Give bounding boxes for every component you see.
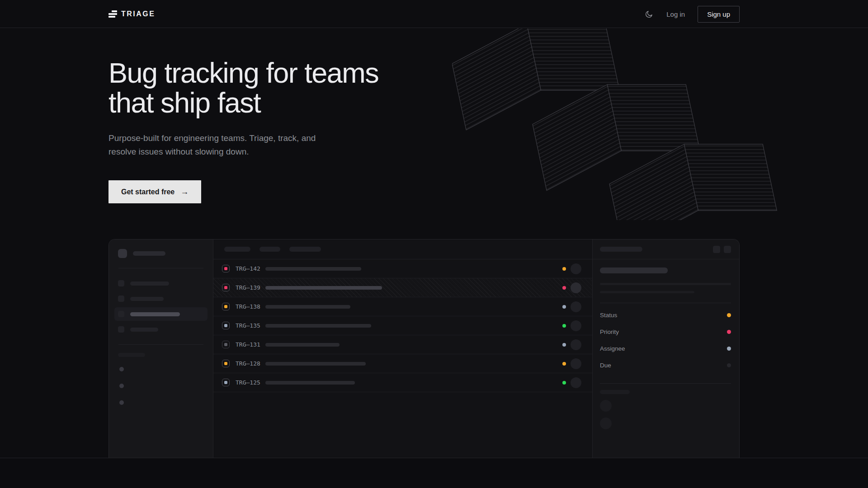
issue-row-right bbox=[562, 301, 581, 312]
mockup-sidebar bbox=[109, 239, 213, 459]
sidebar-item-skeleton bbox=[114, 323, 208, 336]
mockup-detail-panel: StatusPriorityAssigneeDue bbox=[592, 239, 739, 459]
signup-button[interactable]: Sign up bbox=[698, 6, 740, 23]
moon-icon bbox=[645, 10, 653, 19]
sidebar-item-skeleton bbox=[114, 292, 208, 305]
sidebar-item-skeleton bbox=[114, 277, 208, 290]
issue-id: TRG–125 bbox=[236, 379, 265, 386]
issue-id: TRG–131 bbox=[236, 341, 265, 348]
status-dot bbox=[562, 324, 566, 328]
workspace-name-skeleton bbox=[133, 251, 165, 256]
issue-row-right bbox=[562, 282, 581, 293]
issue-type-icon bbox=[222, 265, 230, 272]
status-dot bbox=[562, 362, 566, 366]
footer bbox=[0, 458, 868, 488]
sidebar-dot-skeleton bbox=[119, 384, 124, 388]
status-dot bbox=[562, 267, 566, 271]
issue-id: TRG–142 bbox=[236, 265, 265, 272]
status-dot bbox=[562, 305, 566, 309]
issue-title-skeleton bbox=[600, 267, 668, 273]
panel-field-dot bbox=[727, 330, 731, 334]
comment-avatar-skeleton bbox=[600, 418, 612, 429]
issue-row: TRG–138 bbox=[213, 297, 592, 316]
sidebar-item-label-skeleton bbox=[130, 312, 180, 316]
hero-section: Bug tracking for teams that ship fast Pu… bbox=[108, 28, 740, 459]
workspace-icon-skeleton bbox=[118, 249, 127, 258]
activity-label-skeleton bbox=[600, 390, 630, 394]
issue-title-skeleton bbox=[265, 324, 371, 328]
sidebar-dots bbox=[118, 367, 204, 405]
issue-type-icon bbox=[222, 303, 230, 310]
issue-title-skeleton bbox=[265, 362, 366, 366]
mockup-sidebar-nav bbox=[118, 277, 204, 336]
triage-logo-icon bbox=[108, 10, 117, 18]
list-tab-skeleton bbox=[259, 247, 280, 252]
app-mockup: TRG–142TRG–139TRG–138TRG–135TRG–131TRG–1… bbox=[108, 239, 740, 459]
hero-heading: Bug tracking for teams that ship fast bbox=[108, 28, 740, 117]
sidebar-item-icon-skeleton bbox=[118, 280, 124, 286]
issue-type-icon bbox=[222, 322, 230, 329]
top-nav: TRIAGE Log in Sign up bbox=[0, 0, 868, 28]
description-line-skeleton bbox=[600, 291, 694, 293]
panel-field-dot bbox=[727, 347, 731, 351]
sidebar-item-icon-skeleton bbox=[118, 326, 124, 333]
mockup-workspace-row bbox=[118, 247, 204, 260]
assignee-avatar-skeleton bbox=[571, 301, 581, 312]
issue-id: TRG–139 bbox=[236, 284, 265, 291]
hero-subtext-line2: resolve issues without slowing down. bbox=[108, 145, 740, 159]
status-dot bbox=[562, 343, 566, 347]
sidebar-item-label-skeleton bbox=[130, 282, 169, 286]
assignee-avatar-skeleton bbox=[571, 320, 581, 331]
issue-type-icon bbox=[222, 284, 230, 291]
panel-field: Due bbox=[600, 357, 731, 374]
panel-title-skeleton bbox=[600, 247, 642, 252]
issue-type-icon bbox=[222, 379, 230, 386]
assignee-avatar-skeleton bbox=[571, 339, 581, 350]
issue-title-skeleton bbox=[265, 267, 361, 271]
brand-name: TRIAGE bbox=[121, 10, 155, 18]
issue-row: TRG–128 bbox=[213, 354, 592, 373]
issue-row: TRG–125 bbox=[213, 373, 592, 392]
issue-type-icon bbox=[222, 341, 230, 348]
issue-row-right bbox=[562, 263, 581, 274]
issue-title-skeleton bbox=[265, 343, 340, 347]
get-started-label: Get started free bbox=[121, 188, 175, 196]
panel-action-icons bbox=[713, 246, 731, 253]
hero-subtext-line1: Purpose-built for engineering teams. Tri… bbox=[108, 131, 740, 145]
issue-row: TRG–142 bbox=[213, 259, 592, 278]
assignee-avatar-skeleton bbox=[571, 377, 581, 388]
mockup-list-header bbox=[213, 239, 592, 259]
panel-field-label: Priority bbox=[600, 328, 619, 335]
panel-field-dot bbox=[727, 313, 731, 317]
issue-type-icon bbox=[222, 360, 230, 367]
panel-field-label: Due bbox=[600, 362, 611, 369]
sidebar-item-icon-skeleton bbox=[118, 296, 124, 302]
issue-title-skeleton bbox=[265, 286, 382, 290]
sidebar-dot-skeleton bbox=[119, 367, 124, 371]
issue-title-skeleton bbox=[265, 381, 355, 385]
panel-field: Assignee bbox=[600, 340, 731, 357]
issue-row-right bbox=[562, 339, 581, 350]
status-dot bbox=[562, 381, 566, 385]
sidebar-item-icon-skeleton bbox=[118, 311, 124, 317]
mockup-issue-list: TRG–142TRG–139TRG–138TRG–135TRG–131TRG–1… bbox=[213, 239, 592, 459]
sidebar-dot-skeleton bbox=[119, 400, 124, 405]
brand-logo[interactable]: TRIAGE bbox=[108, 10, 155, 18]
panel-field: Priority bbox=[600, 324, 731, 340]
assignee-avatar-skeleton bbox=[571, 282, 581, 293]
issue-row: TRG–139 bbox=[213, 278, 592, 297]
sidebar-item-label-skeleton bbox=[130, 328, 158, 332]
hero-subtext: Purpose-built for engineering teams. Tri… bbox=[108, 131, 740, 159]
get-started-button[interactable]: Get started free → bbox=[108, 180, 201, 203]
login-link[interactable]: Log in bbox=[666, 10, 685, 18]
panel-field-label: Status bbox=[600, 312, 617, 319]
description-line-skeleton bbox=[600, 283, 731, 285]
panel-field: Status bbox=[600, 307, 731, 324]
assignee-avatar-skeleton bbox=[571, 263, 581, 274]
sidebar-item-label-skeleton bbox=[130, 297, 164, 301]
issue-id: TRG–135 bbox=[236, 322, 265, 329]
issue-row-right bbox=[562, 320, 581, 331]
arrow-right-icon: → bbox=[180, 187, 189, 197]
theme-toggle-button[interactable] bbox=[644, 9, 654, 19]
assignee-avatar-skeleton bbox=[571, 358, 581, 369]
